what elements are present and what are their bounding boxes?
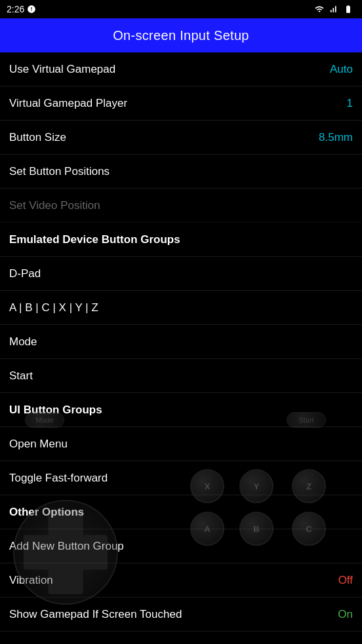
setting-label-ui-button-groups: UI Button Groups [9,404,102,417]
setting-item-ui-button-groups[interactable]: UI Button Groups [0,393,362,427]
setting-label-mode: Mode [9,335,37,349]
setting-item-start[interactable]: Start [0,359,362,393]
setting-value-show-gamepad-if-screen-touched: On [338,608,353,621]
setting-label-other-options: Other Options [9,506,84,519]
time: 2:26 [7,4,24,14]
page-title: On-screen Input Setup [113,28,249,43]
setting-label-emulated-device-button-groups: Emulated Device Button Groups [9,233,180,246]
setting-label-start: Start [9,369,33,383]
setting-value-button-size: 8.5mm [319,131,353,144]
title-bar: On-screen Input Setup [0,18,362,52]
status-left: 2:26 [7,4,36,14]
setting-item-set-button-positions[interactable]: Set Button Positions [0,155,362,189]
setting-item-other-options[interactable]: Other Options [0,495,362,529]
setting-item-abcxyz[interactable]: A | B | C | X | Y | Z [0,291,362,325]
setting-item-open-menu[interactable]: Open Menu [0,427,362,461]
setting-label-set-video-position: Set Video Position [9,199,100,212]
setting-label-highlight-pushed-buttons: Highlight Pushed Buttons [9,642,134,645]
setting-label-add-new-button-group: Add New Button Group [9,540,124,553]
setting-item-dpad[interactable]: D-Pad [0,257,362,291]
notification-icon [27,5,36,14]
setting-label-open-menu: Open Menu [9,438,68,451]
setting-value-vibration: Off [338,574,353,587]
setting-item-virtual-gamepad-player[interactable]: Virtual Gamepad Player1 [0,86,362,121]
setting-item-add-new-button-group[interactable]: Add New Button Group [0,529,362,563]
setting-item-emulated-device-button-groups[interactable]: Emulated Device Button Groups [0,223,362,257]
battery-icon [341,5,355,14]
signal-icon [328,5,338,14]
setting-label-set-button-positions: Set Button Positions [9,165,110,178]
status-right [313,5,355,14]
setting-label-virtual-gamepad-player: Virtual Gamepad Player [9,97,127,110]
setting-item-mode[interactable]: Mode [0,325,362,359]
setting-label-toggle-fast-forward: Toggle Fast-forward [9,472,108,485]
setting-item-button-size[interactable]: Button Size8.5mm [0,121,362,155]
setting-value-use-virtual-gamepad: Auto [330,63,353,76]
setting-label-abcxyz: A | B | C | X | Y | Z [9,301,98,314]
setting-label-use-virtual-gamepad: Use Virtual Gamepad [9,63,115,76]
setting-item-vibration[interactable]: VibrationOff [0,563,362,597]
setting-item-show-gamepad-if-screen-touched[interactable]: Show Gamepad If Screen TouchedOn [0,597,362,632]
setting-value-virtual-gamepad-player: 1 [347,97,353,110]
setting-item-highlight-pushed-buttons[interactable]: Highlight Pushed ButtonsOn [0,632,362,644]
setting-item-set-video-position: Set Video Position [0,189,362,223]
settings-list: Use Virtual GamepadAutoVirtual Gamepad P… [0,52,362,644]
setting-value-highlight-pushed-buttons: On [338,642,353,645]
setting-label-vibration: Vibration [9,574,53,587]
setting-label-show-gamepad-if-screen-touched: Show Gamepad If Screen Touched [9,608,182,621]
status-bar: 2:26 [0,0,362,18]
setting-item-use-virtual-gamepad[interactable]: Use Virtual GamepadAuto [0,52,362,86]
setting-label-dpad: D-Pad [9,267,41,280]
setting-item-toggle-fast-forward[interactable]: Toggle Fast-forward [0,461,362,495]
wifi-icon [313,5,325,14]
setting-label-button-size: Button Size [9,131,66,144]
